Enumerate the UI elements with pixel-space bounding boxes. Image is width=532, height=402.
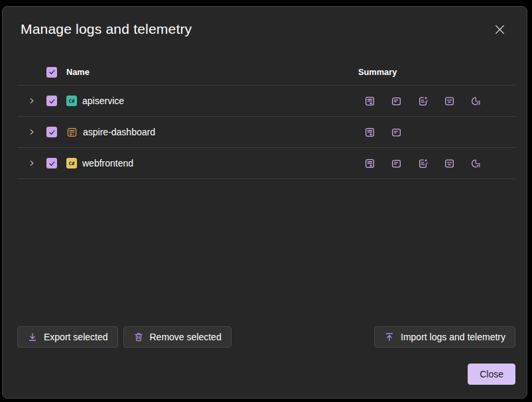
row-checkbox[interactable]	[46, 127, 57, 137]
gantt-chart-icon	[444, 96, 455, 107]
manage-logs-dialog: Manage logs and telemetry Name Summary C…	[2, 6, 527, 399]
table-row: C#webfrontend	[17, 148, 515, 179]
row-checkbox[interactable]	[46, 96, 57, 106]
summary-icon-slot	[462, 96, 489, 107]
check-icon	[48, 98, 56, 105]
resource-name: aspire-dashboard	[83, 127, 155, 137]
name-column-header: Name	[66, 67, 90, 77]
form-icon	[364, 158, 375, 169]
slide-text-icon	[391, 158, 402, 169]
close-icon	[495, 25, 505, 34]
download-icon	[27, 332, 38, 342]
check-icon	[48, 160, 56, 167]
table-header-row: Name Summary	[17, 59, 515, 86]
gantt-chart-icon	[444, 158, 455, 169]
csharp-badge-icon: C#	[66, 96, 77, 106]
resource-name: apiservice	[82, 96, 124, 106]
summary-icon-slot	[409, 158, 436, 169]
close-button[interactable]: Close	[468, 364, 515, 385]
summary-icon-slot	[436, 127, 462, 138]
upload-icon	[384, 332, 395, 342]
summary-icon-slot	[409, 96, 436, 107]
summary-icon-slot	[409, 127, 436, 138]
row-checkbox[interactable]	[46, 158, 57, 168]
summary-icon-slot	[462, 158, 489, 169]
form-icon	[364, 127, 375, 138]
summary-icon-slot	[356, 158, 383, 169]
expand-chevron-icon[interactable]	[28, 128, 36, 136]
slide-text-icon	[391, 96, 402, 107]
import-logs-label: Import logs and telemetry	[401, 332, 505, 342]
document-sparkle-icon	[417, 158, 429, 169]
summary-icon-slot	[356, 96, 383, 107]
summary-column-header: Summary	[356, 67, 397, 77]
table-row: aspire-dashboard	[17, 117, 515, 148]
check-icon	[48, 129, 56, 136]
remove-selected-label: Remove selected	[150, 332, 222, 342]
summary-icon-slot	[383, 127, 409, 138]
trash-icon	[133, 332, 144, 342]
summary-icon-slot	[383, 158, 409, 169]
summary-icon-slot	[462, 127, 489, 138]
dialog-close-button[interactable]	[493, 23, 506, 36]
table-row: C#apiservice	[17, 86, 515, 117]
check-icon	[48, 68, 56, 76]
summary-icon-slot	[436, 158, 462, 169]
document-sparkle-icon	[417, 96, 429, 107]
form-icon	[364, 96, 375, 107]
expand-chevron-icon[interactable]	[28, 159, 36, 167]
summary-icon-slot	[436, 96, 462, 107]
footer-left-actions: Export selected Remove selected	[17, 326, 232, 348]
remove-selected-button[interactable]: Remove selected	[123, 326, 232, 348]
close-button-label: Close	[480, 369, 503, 379]
import-logs-button[interactable]: Import logs and telemetry	[374, 326, 515, 348]
summary-icon-slot	[356, 127, 383, 138]
app-window-icon	[66, 127, 78, 138]
resource-name: webfrontend	[82, 158, 133, 168]
select-all-checkbox[interactable]	[46, 67, 57, 78]
telemetry-table: Name Summary C#apiservice	[17, 59, 515, 179]
chart-multiple-icon	[470, 96, 482, 107]
export-selected-label: Export selected	[44, 332, 108, 342]
expand-chevron-icon[interactable]	[28, 97, 36, 105]
export-selected-button[interactable]: Export selected	[17, 326, 118, 348]
chart-multiple-icon	[470, 158, 482, 169]
summary-icon-slot	[383, 96, 409, 107]
csharp-badge-icon: C#	[66, 158, 77, 168]
slide-text-icon	[391, 127, 402, 138]
dialog-title: Manage logs and telemetry	[21, 21, 192, 37]
